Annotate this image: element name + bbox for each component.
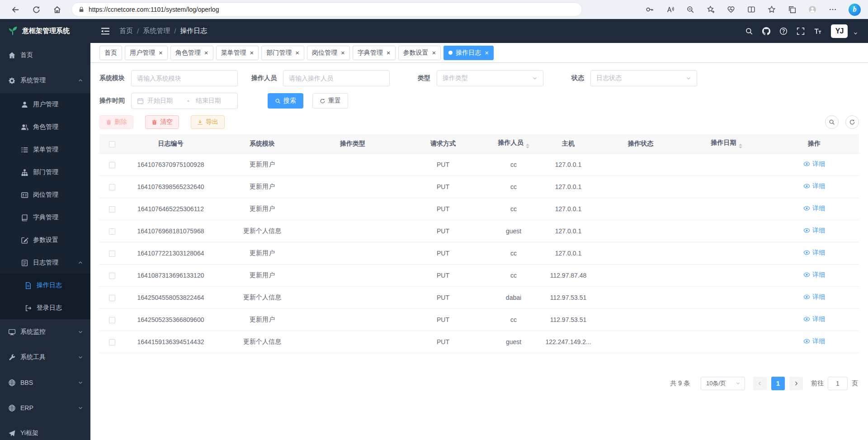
detail-link[interactable]: 详细	[803, 182, 825, 190]
sidebar-item-system[interactable]: 系统管理	[0, 68, 90, 93]
breadcrumb-item[interactable]: 系统管理	[143, 27, 170, 35]
detail-link[interactable]: 详细	[803, 293, 825, 301]
toggle-search-icon[interactable]	[825, 115, 839, 129]
sort-icon[interactable]	[526, 144, 529, 148]
split-screen-icon[interactable]	[747, 5, 756, 14]
cell-operator: cc	[488, 153, 539, 175]
tab-operlog[interactable]: 操作日志×	[443, 46, 494, 60]
browser-back-button[interactable]	[7, 1, 24, 18]
reset-button[interactable]: 重置	[312, 93, 348, 109]
row-checkbox[interactable]	[109, 273, 115, 279]
sidebar-item-log[interactable]: 日志管理	[0, 251, 90, 274]
sidebar-item-dict[interactable]: 字典管理	[0, 206, 90, 229]
detail-link[interactable]: 详细	[803, 337, 825, 345]
prev-page-button[interactable]	[753, 377, 767, 390]
tab-param[interactable]: 参数设置×	[398, 46, 441, 60]
zoom-out-icon[interactable]	[686, 5, 695, 14]
eye-icon	[803, 205, 810, 212]
status-filter-select[interactable]: 日志状态	[590, 70, 697, 86]
select-all-checkbox[interactable]	[109, 141, 115, 147]
tab-role[interactable]: 角色管理×	[170, 46, 213, 60]
close-icon[interactable]: ×	[159, 49, 163, 56]
browser-more-button[interactable]	[828, 5, 837, 14]
sidebar-item-post[interactable]: 岗位管理	[0, 184, 90, 206]
tab-home[interactable]: 首页	[99, 46, 122, 60]
close-icon[interactable]: ×	[485, 49, 489, 56]
row-checkbox[interactable]	[109, 206, 115, 213]
row-checkbox[interactable]	[109, 339, 115, 345]
user-logo-badge[interactable]: YJ	[831, 24, 848, 38]
sidebar-item-monitor[interactable]: 系统监控	[0, 319, 90, 345]
chevron-down-icon[interactable]	[853, 31, 858, 36]
date-range-picker[interactable]: 开始日期 - 结束日期	[131, 93, 238, 109]
row-checkbox[interactable]	[109, 184, 115, 190]
search-button[interactable]: 搜索	[268, 93, 303, 109]
font-size-icon[interactable]	[814, 27, 822, 35]
row-checkbox[interactable]	[109, 317, 115, 323]
sidebar-item-loginlog[interactable]: 登录日志	[0, 297, 90, 319]
row-checkbox[interactable]	[109, 295, 115, 301]
detail-link[interactable]: 详细	[803, 249, 825, 257]
clear-button[interactable]: 清空	[145, 115, 179, 129]
row-checkbox[interactable]	[109, 251, 115, 257]
detail-link[interactable]: 详细	[803, 227, 825, 235]
fullscreen-icon[interactable]	[797, 27, 805, 35]
sidebar-item-dept[interactable]: 部门管理	[0, 161, 90, 184]
site-permissions-key-icon[interactable]	[645, 5, 654, 14]
row-checkbox[interactable]	[109, 228, 115, 235]
sort-icon[interactable]	[739, 144, 742, 148]
sidebar-item-operlog[interactable]: 操作日志	[0, 274, 90, 297]
read-aloud-icon[interactable]	[665, 5, 675, 14]
bing-icon[interactable]: b	[849, 4, 861, 16]
sidebar-item-tools[interactable]: 系统工具	[0, 345, 90, 370]
sidebar-item-erp[interactable]: ERP	[0, 395, 90, 421]
add-favorite-icon[interactable]	[706, 5, 715, 14]
browser-refresh-button[interactable]	[28, 1, 44, 18]
sidebar-item-home[interactable]: 首页	[0, 43, 90, 68]
sidebar-item-param[interactable]: 参数设置	[0, 229, 90, 251]
help-icon[interactable]	[779, 27, 788, 35]
type-filter-select[interactable]: 操作类型	[437, 70, 543, 86]
close-icon[interactable]: ×	[432, 49, 436, 56]
page-number-button[interactable]: 1	[771, 377, 785, 390]
page-size-select[interactable]: 10条/页	[701, 377, 745, 390]
detail-link[interactable]: 详细	[803, 204, 825, 213]
browser-address-bar[interactable]: https://ccnetcore.com:1101/system/log/op…	[71, 2, 582, 17]
breadcrumb-item[interactable]: 首页	[119, 27, 133, 35]
sidebar-item-bbs[interactable]: BBS	[0, 370, 90, 395]
close-icon[interactable]: ×	[387, 49, 391, 56]
sidebar-item-role[interactable]: 角色管理	[0, 116, 90, 138]
row-checkbox[interactable]	[109, 162, 115, 168]
browser-profile-avatar[interactable]	[808, 5, 817, 14]
tab-dict[interactable]: 字典管理×	[353, 46, 396, 60]
export-button[interactable]: 导出	[191, 115, 225, 129]
tab-menu[interactable]: 菜单管理×	[216, 46, 259, 60]
github-icon[interactable]	[762, 27, 770, 35]
browser-essentials-icon[interactable]	[726, 5, 736, 14]
sidebar-item-user[interactable]: 用户管理	[0, 93, 90, 116]
browser-home-button[interactable]	[49, 1, 65, 18]
refresh-table-icon[interactable]	[845, 115, 859, 129]
header-search-icon[interactable]	[745, 27, 753, 35]
sidebar-item-yi[interactable]: Yi框架	[0, 421, 90, 440]
close-icon[interactable]: ×	[341, 49, 345, 56]
doc-icon	[24, 282, 32, 289]
sidebar-item-menu[interactable]: 菜单管理	[0, 138, 90, 161]
goto-page-input[interactable]	[828, 377, 848, 390]
tab-dept[interactable]: 部门管理×	[261, 46, 304, 60]
tab-post[interactable]: 岗位管理×	[307, 46, 350, 60]
operator-filter-input[interactable]	[283, 70, 390, 86]
close-icon[interactable]: ×	[295, 49, 299, 56]
tab-user[interactable]: 用户管理×	[125, 46, 168, 60]
detail-link[interactable]: 详细	[803, 315, 825, 323]
detail-link[interactable]: 详细	[803, 160, 825, 168]
collections-icon[interactable]	[788, 5, 797, 14]
delete-button[interactable]: 删除	[99, 115, 133, 129]
module-filter-input[interactable]	[131, 70, 238, 86]
close-icon[interactable]: ×	[250, 49, 254, 56]
next-page-button[interactable]	[789, 377, 803, 390]
detail-link[interactable]: 详细	[803, 271, 825, 279]
sidebar-toggle-button[interactable]	[100, 26, 110, 36]
favorites-icon[interactable]	[767, 5, 776, 14]
close-icon[interactable]: ×	[204, 49, 208, 56]
